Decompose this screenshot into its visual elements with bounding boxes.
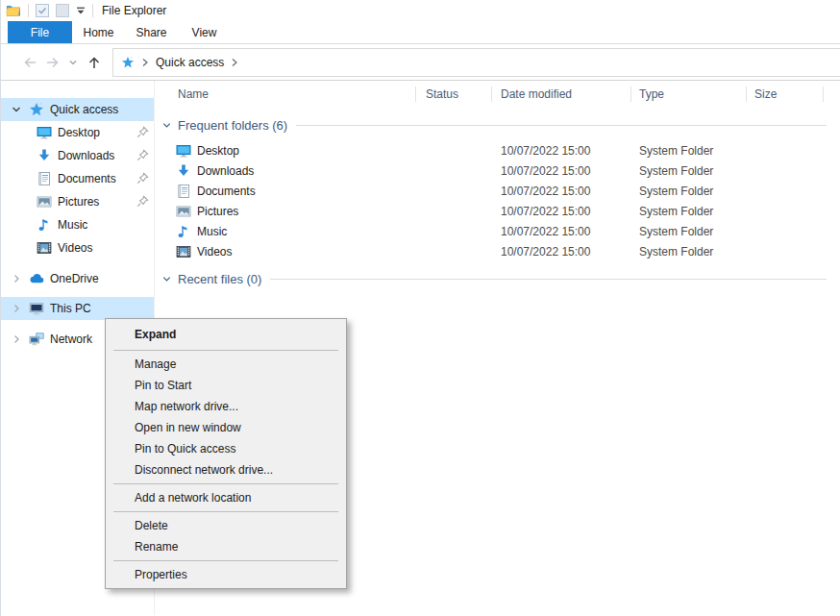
quick-access-star-icon — [29, 102, 44, 117]
music-icon — [176, 224, 191, 239]
tab-home[interactable]: Home — [72, 21, 125, 43]
menu-item-properties[interactable]: Properties — [106, 564, 346, 585]
downloads-icon — [176, 163, 191, 179]
menu-item-manage[interactable]: Manage — [106, 354, 346, 375]
address-bar[interactable]: Quick access — [112, 48, 840, 77]
menu-item-expand[interactable]: Expand — [106, 322, 346, 347]
sidebar-item-label: Pictures — [58, 195, 99, 209]
file-date-modified: 10/07/2022 15:00 — [492, 185, 631, 198]
breadcrumb-chevron-icon[interactable] — [231, 58, 238, 67]
chevron-right-icon[interactable] — [11, 333, 22, 345]
back-icon[interactable] — [18, 55, 41, 70]
file-date-modified: 10/07/2022 15:00 — [492, 245, 631, 259]
file-row-music[interactable]: Music 10/07/2022 15:00 System Folder — [155, 221, 840, 241]
menu-item-pin-to-start[interactable]: Pin to Start — [106, 375, 346, 396]
tab-share[interactable]: Share — [125, 21, 178, 43]
documents-icon — [176, 184, 191, 199]
sidebar-item-label: This PC — [50, 302, 91, 315]
menu-item-open-in-new-window[interactable]: Open in new window — [106, 417, 346, 438]
window-title: File Explorer — [102, 4, 166, 17]
sidebar-item-downloads[interactable]: Downloads — [1, 144, 154, 167]
chevron-down-icon[interactable] — [11, 104, 22, 115]
title-bar: File Explorer — [1, 0, 840, 21]
column-header-type[interactable]: Type — [631, 81, 747, 108]
sidebar-item-label: Desktop — [58, 126, 100, 139]
downloads-icon — [37, 148, 52, 163]
pictures-icon — [37, 194, 52, 209]
column-header-size[interactable]: Size — [747, 81, 824, 108]
file-type: System Folder — [631, 205, 747, 218]
computer-icon — [29, 301, 44, 316]
chevron-down-icon[interactable] — [161, 274, 172, 284]
sidebar-item-onedrive[interactable]: OneDrive — [1, 267, 154, 290]
sidebar-item-label: Videos — [58, 241, 92, 255]
menu-separator — [113, 560, 338, 561]
file-date-modified: 10/07/2022 15:00 — [492, 225, 631, 238]
forward-icon[interactable] — [41, 55, 64, 70]
menu-item-delete[interactable]: Delete — [106, 515, 346, 536]
file-row-downloads[interactable]: Downloads 10/07/2022 15:00 System Folder — [155, 160, 840, 181]
file-date-modified: 10/07/2022 15:00 — [492, 205, 631, 218]
breadcrumb-chevron-icon[interactable] — [141, 58, 149, 67]
file-date-modified: 10/07/2022 15:00 — [492, 164, 631, 178]
pin-icon — [136, 126, 149, 138]
file-name: Downloads — [197, 164, 254, 178]
sidebar-item-documents[interactable]: Documents — [1, 167, 154, 190]
sidebar-item-pictures[interactable]: Pictures — [1, 190, 154, 213]
desktop-icon — [37, 125, 52, 140]
chevron-right-icon[interactable] — [11, 303, 22, 314]
file-row-documents[interactable]: Documents 10/07/2022 15:00 System Folder — [155, 181, 840, 201]
music-icon — [37, 217, 52, 233]
file-type: System Folder — [631, 225, 747, 238]
file-row-pictures[interactable]: Pictures 10/07/2022 15:00 System Folder — [155, 201, 840, 221]
sidebar-item-desktop[interactable]: Desktop — [1, 121, 154, 144]
videos-icon — [176, 244, 191, 259]
recent-locations-icon[interactable] — [64, 58, 82, 67]
network-icon — [29, 332, 44, 347]
group-header-label: Frequent folders (6) — [178, 118, 287, 133]
breadcrumb[interactable]: Quick access — [156, 56, 224, 69]
sidebar-item-this-pc[interactable]: This PC — [1, 297, 154, 320]
group-header-recent-files[interactable]: Recent files (0) — [155, 269, 840, 288]
column-header-name[interactable]: Name — [155, 81, 416, 108]
file-explorer-window: File Explorer File Home Share View Quick… — [0, 0, 840, 616]
sidebar-spacer — [1, 259, 154, 267]
file-type: System Folder — [631, 144, 747, 158]
pin-icon — [136, 195, 149, 208]
pin-icon — [136, 149, 149, 161]
sidebar-item-label: Downloads — [58, 149, 114, 162]
menu-item-disconnect-network-drive[interactable]: Disconnect network drive... — [106, 459, 346, 480]
videos-icon — [37, 240, 52, 256]
column-header-status[interactable]: Status — [416, 81, 492, 108]
file-type: System Folder — [631, 164, 747, 178]
file-row-videos[interactable]: Videos 10/07/2022 15:00 System Folder — [155, 241, 840, 261]
sidebar-item-videos[interactable]: Videos — [1, 236, 154, 259]
documents-icon — [37, 171, 52, 186]
file-name: Pictures — [197, 205, 238, 218]
new-folder-quick-icon[interactable] — [56, 4, 69, 17]
customize-quick-access-toolbar-icon[interactable] — [76, 6, 86, 15]
sidebar-item-music[interactable]: Music — [1, 213, 154, 236]
group-header-label: Recent files (0) — [178, 272, 261, 286]
chevron-down-icon[interactable] — [161, 120, 172, 131]
chevron-right-icon[interactable] — [11, 273, 22, 284]
column-header-date-modified[interactable]: Date modified — [492, 81, 631, 108]
file-row-desktop[interactable]: Desktop 10/07/2022 15:00 System Folder — [155, 140, 840, 160]
menu-separator — [113, 350, 338, 351]
file-date-modified: 10/07/2022 15:00 — [492, 144, 631, 158]
file-explorer-logo-icon — [6, 3, 21, 18]
sidebar-item-quick-access[interactable]: Quick access — [1, 98, 154, 121]
menu-item-pin-to-quick-access[interactable]: Pin to Quick access — [106, 438, 346, 459]
pictures-icon — [176, 204, 191, 219]
tab-file[interactable]: File — [8, 21, 72, 43]
pin-icon — [136, 172, 149, 185]
titlebar-divider — [92, 4, 93, 17]
menu-item-add-a-network-location[interactable]: Add a network location — [106, 487, 346, 508]
group-header-frequent-folders[interactable]: Frequent folders (6) — [155, 115, 840, 135]
menu-item-rename[interactable]: Rename — [106, 536, 346, 557]
sidebar-item-label: Documents — [58, 172, 116, 185]
properties-quick-icon[interactable] — [36, 4, 49, 17]
tab-view[interactable]: View — [178, 21, 231, 43]
up-icon[interactable] — [82, 55, 107, 70]
menu-item-map-network-drive[interactable]: Map network drive... — [106, 396, 346, 417]
